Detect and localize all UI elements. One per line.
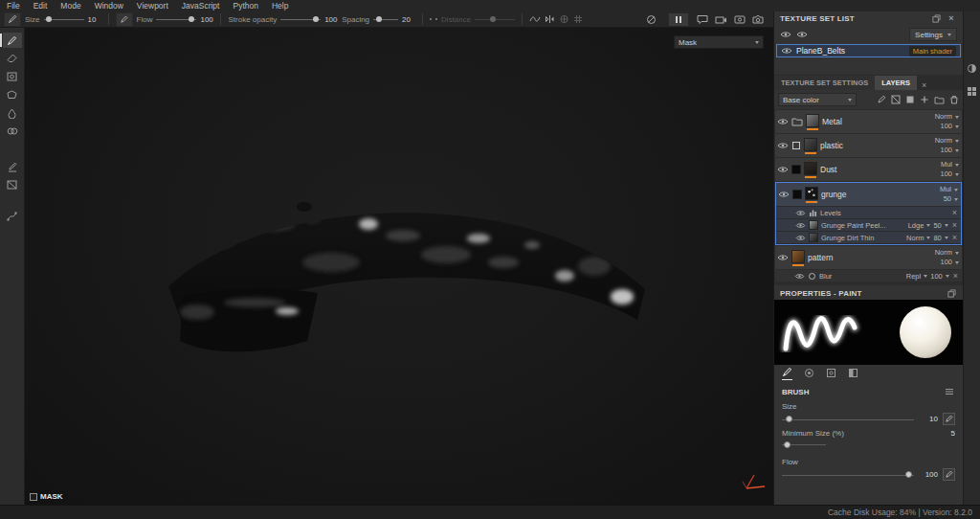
no-material-mode-icon[interactable] [646, 14, 657, 25]
comment-icon[interactable] [697, 14, 708, 25]
path-tool-icon[interactable] [3, 209, 22, 224]
visibility-eye-icon[interactable] [796, 31, 808, 38]
stroke-profile-dot-icon[interactable] [435, 18, 437, 20]
layer-thumbnail[interactable] [806, 114, 819, 130]
navigation-gizmo[interactable] [741, 468, 768, 493]
shelf-panel-icon[interactable] [966, 84, 979, 98]
tab-stencil-icon[interactable] [826, 366, 836, 380]
opacity-dropdown[interactable]: 100 [940, 122, 959, 131]
active-tool-brush-icon[interactable] [4, 12, 21, 27]
visibility-eye-icon[interactable] [777, 166, 789, 173]
layer-name[interactable]: pattern [808, 253, 932, 262]
opacity-dropdown[interactable]: 80 [933, 234, 947, 242]
visibility-eye-icon[interactable] [777, 254, 789, 261]
spacing-value[interactable]: 20 [402, 15, 415, 24]
remove-effect-button[interactable]: × [951, 234, 958, 242]
snap-grid-icon[interactable] [573, 14, 583, 24]
layer-row-selected[interactable]: grunge Mul 50 [776, 183, 961, 206]
add-fill-layer-icon[interactable] [905, 95, 915, 104]
visibility-eye-icon[interactable] [780, 31, 791, 38]
spacing-slider[interactable] [373, 14, 398, 24]
stroke-opacity-slider[interactable] [280, 14, 321, 24]
viewport-3d-canvas[interactable]: Mask MASK [25, 28, 773, 505]
brush-flow-slider[interactable] [782, 470, 914, 480]
layer-row[interactable]: plastic Norm 100 [775, 134, 962, 157]
delete-layer-icon[interactable] [949, 95, 959, 104]
symmetry-icon[interactable] [545, 14, 555, 24]
screenshot-camera-icon[interactable] [752, 14, 764, 25]
polygon-fill-tool-icon[interactable] [3, 87, 22, 102]
clone-tool-icon[interactable] [3, 124, 22, 139]
visibility-eye-icon[interactable] [795, 235, 806, 241]
remove-effect-button[interactable]: × [952, 272, 959, 281]
lazy-mouse-icon[interactable] [529, 14, 541, 24]
material-picker-tool-icon[interactable] [3, 159, 22, 174]
layer-thumbnail[interactable] [805, 187, 818, 203]
layer-row[interactable]: pattern Norm 100 [775, 246, 962, 269]
blend-mode-dropdown[interactable]: Mul [941, 160, 959, 169]
flow-slider[interactable] [156, 14, 196, 24]
brush-size-value[interactable]: 10 [919, 415, 938, 423]
add-mask-icon[interactable] [891, 95, 901, 104]
shader-badge[interactable]: Main shader [909, 46, 956, 56]
blend-mode-dropdown[interactable]: Ldge [908, 221, 931, 230]
layer-name[interactable]: Metal [822, 117, 932, 126]
eraser-tool-icon[interactable] [3, 51, 22, 66]
mask-thumbnail[interactable] [792, 190, 802, 199]
add-folder-icon[interactable] [934, 96, 945, 104]
visibility-eye-icon[interactable] [777, 118, 789, 125]
flow-pressure-toggle-icon[interactable] [943, 468, 955, 481]
blend-mode-dropdown[interactable]: Norm [935, 136, 959, 146]
menu-mode[interactable]: Mode [54, 1, 87, 11]
layer-row[interactable]: Dust Mul 100 [775, 158, 962, 181]
size-slider[interactable] [44, 14, 84, 24]
layer-thumbnail[interactable] [791, 250, 805, 266]
blend-mode-dropdown[interactable]: Mul [940, 185, 958, 194]
menu-help[interactable]: Help [265, 1, 295, 11]
layer-thumbnail[interactable] [804, 138, 817, 154]
effect-thumbnail[interactable] [809, 233, 818, 242]
remove-effect-button[interactable]: × [951, 221, 958, 230]
smudge-tool-icon[interactable] [3, 105, 22, 121]
menu-edit[interactable]: Edit [27, 1, 55, 11]
add-effect-icon[interactable] [877, 95, 886, 104]
viewport-channel-dropdown[interactable]: Mask [674, 35, 764, 49]
blend-mode-dropdown[interactable]: Norm [935, 248, 959, 258]
menu-javascript[interactable]: JavaScript [175, 1, 227, 11]
effect-row[interactable]: Grunge Dirt Thin Norm 80 × [776, 232, 961, 243]
tab-layers[interactable]: LAYERS [875, 76, 917, 90]
flow-pressure-toggle-icon[interactable] [116, 12, 133, 27]
effect-name[interactable]: Blur [819, 272, 903, 281]
float-panel-icon[interactable] [930, 12, 942, 24]
texture-set-row-selected[interactable]: PlaneB_Belts Main shader [776, 44, 961, 57]
opacity-dropdown[interactable]: 50 [933, 221, 947, 230]
layer-name[interactable]: plastic [820, 141, 932, 150]
visibility-eye-icon[interactable] [777, 142, 789, 149]
menu-viewport[interactable]: Viewport [130, 1, 175, 11]
tab-material-icon[interactable] [848, 366, 858, 380]
menu-file[interactable]: File [0, 1, 27, 11]
layer-name[interactable]: grunge [821, 190, 937, 199]
stroke-profile-dot-icon[interactable] [430, 18, 432, 20]
size-value[interactable]: 10 [88, 15, 101, 24]
opacity-dropdown[interactable]: 50 [944, 194, 958, 204]
blend-mode-dropdown[interactable]: Norm [935, 112, 959, 122]
visibility-eye-icon[interactable] [795, 222, 806, 229]
size-pressure-toggle-icon[interactable] [943, 413, 955, 425]
camera-export-icon[interactable] [715, 14, 727, 25]
effect-name[interactable]: Levels [820, 209, 948, 217]
visibility-eye-icon[interactable] [781, 47, 792, 55]
layer-row[interactable]: Metal Norm 100 [775, 110, 962, 133]
mask-thumbnail[interactable] [791, 165, 801, 174]
effect-row[interactable]: Levels × [776, 207, 961, 218]
preset-list-icon[interactable] [944, 386, 955, 397]
pause-engine-button[interactable] [668, 12, 689, 27]
radial-symmetry-icon[interactable] [559, 14, 569, 24]
close-tab-icon[interactable]: × [917, 80, 931, 90]
channel-filter-dropdown[interactable]: Base color [778, 93, 857, 106]
min-size-value[interactable]: 5 [936, 429, 955, 438]
visibility-eye-icon[interactable] [778, 191, 790, 198]
tab-alpha-icon[interactable] [804, 366, 814, 380]
visibility-eye-icon[interactable] [794, 273, 805, 280]
brush-flow-value[interactable]: 100 [919, 470, 938, 479]
